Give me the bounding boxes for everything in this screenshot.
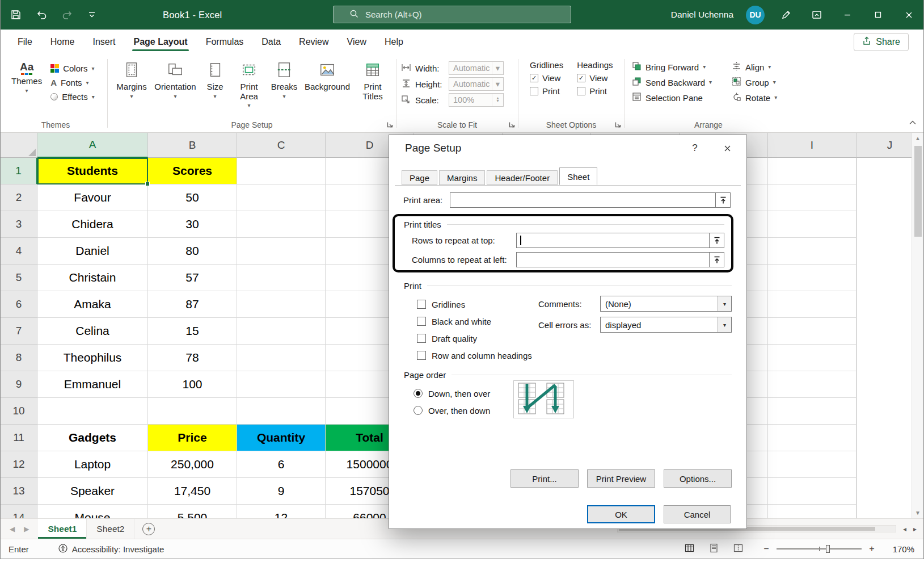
print-area-input[interactable] (450, 192, 731, 208)
row-header-1[interactable]: 1 (1, 158, 37, 184)
tab-insert[interactable]: Insert (83, 31, 124, 53)
row-header-5[interactable]: 5 (1, 265, 37, 291)
scroll-up-icon[interactable]: ▲ (915, 135, 921, 141)
cell-A11[interactable]: Gadgets (37, 425, 148, 451)
tab-page-layout[interactable]: Page Layout (124, 31, 196, 53)
zoom-slider[interactable] (777, 548, 862, 549)
black-and-white-checkbox[interactable]: Black and white (417, 313, 538, 330)
cell-J7[interactable] (857, 318, 857, 345)
column-header-B[interactable]: B (148, 133, 237, 158)
group-button[interactable]: Group (729, 75, 788, 89)
columns-to-repeat-input[interactable] (516, 252, 724, 267)
column-header-C[interactable]: C (237, 133, 326, 158)
cell-I10[interactable] (768, 398, 857, 425)
scale-to-fit-dialog-launcher[interactable] (508, 121, 516, 128)
page-setup-dialog-launcher[interactable] (386, 121, 394, 128)
cell-C12[interactable]: 6 (237, 451, 326, 478)
cell-B12[interactable]: 250,000 (148, 451, 237, 478)
cell-I4[interactable] (768, 238, 857, 265)
close-button[interactable] (900, 11, 918, 19)
dialog-close-icon[interactable] (717, 144, 737, 153)
cell-J8[interactable] (857, 345, 857, 371)
cell-J10[interactable] (857, 398, 857, 425)
bring-forward-button[interactable]: Bring Forward (629, 60, 729, 74)
collapse-dialog-icon[interactable] (709, 233, 724, 247)
cell-B14[interactable]: 5,500 (148, 505, 237, 518)
cell-B5[interactable]: 57 (148, 265, 237, 291)
add-sheet-button[interactable] (142, 523, 155, 535)
cell-B4[interactable]: 80 (148, 238, 237, 265)
zoom-level[interactable]: 170% (886, 544, 914, 554)
draft-quality-checkbox[interactable]: Draft quality (417, 330, 538, 347)
cell-C3[interactable] (237, 211, 326, 238)
cell-J3[interactable] (857, 211, 857, 238)
rotate-button[interactable]: Rotate (729, 91, 788, 104)
print-button[interactable]: Print... (510, 469, 579, 488)
rows-to-repeat-input[interactable] (516, 233, 724, 248)
headings-view-checkbox[interactable]: View (577, 73, 613, 83)
cell-J6[interactable] (857, 291, 857, 318)
colors-button[interactable]: Colors (47, 62, 98, 74)
cell-C4[interactable] (237, 238, 326, 265)
cell-I3[interactable] (768, 211, 857, 238)
cell-J2[interactable] (857, 184, 857, 211)
row-header-3[interactable]: 3 (1, 211, 37, 238)
scroll-down-icon[interactable]: ▼ (915, 510, 921, 516)
tab-view[interactable]: View (338, 31, 375, 53)
search-bar[interactable]: Search (Alt+Q) (333, 6, 571, 23)
comments-dropdown[interactable]: (None) (600, 296, 732, 312)
cell-B11[interactable]: Price (148, 425, 237, 451)
cell-I7[interactable] (768, 318, 857, 345)
cell-J12[interactable] (857, 451, 857, 478)
height-combo[interactable]: Automatic▾ (449, 77, 504, 91)
sheet-tab-sheet2[interactable]: Sheet2 (87, 519, 134, 539)
cell-B7[interactable]: 15 (148, 318, 237, 345)
cell-C2[interactable] (237, 184, 326, 211)
align-button[interactable]: Align (729, 60, 788, 74)
cell-C5[interactable] (237, 265, 326, 291)
cell-A2[interactable]: Favour (37, 184, 148, 211)
vertical-scrollbar[interactable]: ▲ ▼ (912, 133, 923, 518)
cell-I9[interactable] (768, 371, 857, 398)
select-all-button[interactable] (1, 133, 37, 158)
tab-help[interactable]: Help (375, 31, 412, 53)
fonts-button[interactable]: Fonts (47, 77, 98, 89)
cell-J14[interactable] (857, 505, 857, 518)
column-header-I[interactable]: I (768, 133, 857, 158)
ink-pen-icon[interactable] (777, 10, 795, 20)
hscroll-left-icon[interactable]: ◂ (903, 525, 906, 533)
cell-A13[interactable]: Speaker (37, 478, 148, 505)
size-button[interactable]: Size (200, 59, 230, 102)
row-header-6[interactable]: 6 (1, 291, 37, 318)
normal-view-button[interactable] (685, 543, 694, 555)
cell-B9[interactable]: 100 (148, 371, 237, 398)
vertical-scrollbar-thumb[interactable] (914, 146, 922, 237)
tab-review[interactable]: Review (290, 31, 337, 53)
cell-B6[interactable]: 87 (148, 291, 237, 318)
cell-I5[interactable] (768, 265, 857, 291)
row-header-7[interactable]: 7 (1, 318, 37, 345)
zoom-slider-thumb[interactable] (826, 545, 830, 553)
cell-A5[interactable]: Christain (37, 265, 148, 291)
dialog-tab-header-footer[interactable]: Header/Footer (487, 170, 558, 185)
row-header-11[interactable]: 11 (1, 425, 37, 451)
cell-I8[interactable] (768, 345, 857, 371)
options-button[interactable]: Options... (664, 469, 732, 488)
cell-A12[interactable]: Laptop (37, 451, 148, 478)
breaks-button[interactable]: Breaks (268, 59, 301, 102)
cell-A3[interactable]: Chidera (37, 211, 148, 238)
cell-I12[interactable] (768, 451, 857, 478)
cell-B1[interactable]: Scores (148, 158, 237, 184)
cell-I2[interactable] (768, 184, 857, 211)
cell-C9[interactable] (237, 371, 326, 398)
headings-print-checkbox[interactable]: Print (577, 86, 613, 96)
cell-B13[interactable]: 17,450 (148, 478, 237, 505)
cell-C7[interactable] (237, 318, 326, 345)
row-header-13[interactable]: 13 (1, 478, 37, 505)
zoom-in-button[interactable] (868, 544, 876, 554)
avatar[interactable]: DU (746, 6, 765, 24)
cell-J4[interactable] (857, 238, 857, 265)
maximize-button[interactable] (869, 11, 887, 19)
cell-I14[interactable] (768, 505, 857, 518)
cell-J11[interactable] (857, 425, 857, 451)
